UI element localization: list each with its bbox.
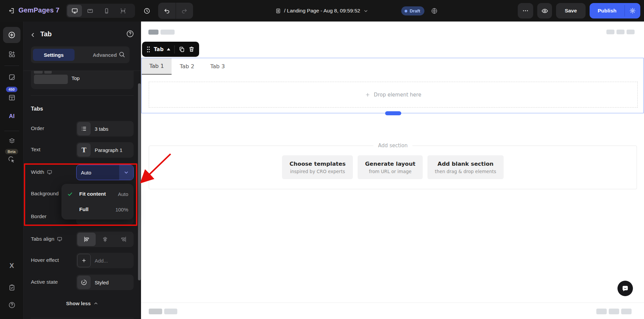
panel-tab-bar: Settings Advanced [31,46,130,63]
checklist-icon[interactable] [0,284,24,291]
hover-effect-control[interactable]: Add... [76,253,134,268]
element-toolbar-label[interactable]: Tab [154,46,164,52]
header-skeleton-pill [616,30,625,34]
text-label: Text [31,147,40,153]
search-icon[interactable] [118,51,126,58]
footer-skeleton-pill [149,309,162,314]
ai-assistant-button[interactable]: AI✦ [0,113,24,120]
text-icon: T [77,143,91,157]
canvas-tab-1[interactable]: Tab 1 [142,58,172,75]
choose-templates-card[interactable]: Choose templates inspired by CRO experts [282,155,353,179]
publish-settings-gear-icon[interactable] [625,3,640,18]
element-toolbar: Tab [142,42,199,57]
theme-styles-icon[interactable] [0,73,24,81]
topbar-actions: Save Publish [518,3,640,18]
exit-editor-icon[interactable] [8,7,15,14]
dropdown-item-full[interactable]: Full 100% [61,202,134,217]
check-circle-icon [77,276,91,289]
panel-title: Tab [40,30,52,38]
tool-sidebar: 450 AI✦ Beta X [0,22,24,319]
globe-icon[interactable] [431,7,438,14]
beta-badge: Beta [5,149,18,154]
help-icon[interactable] [0,301,24,309]
undo-button[interactable] [158,3,176,19]
width-select[interactable]: Auto [76,165,134,180]
duplicate-icon[interactable] [179,46,185,52]
header-skeleton-pill [606,30,614,34]
triangle-up-icon[interactable] [167,48,170,50]
selected-tab-element[interactable]: Tab 1 Tab 2 Tab 3 Drop element here [141,58,644,113]
dropdown-item-fit-content[interactable]: Fit content Auto [61,186,134,202]
chat-bubble-icon [621,284,629,292]
header-skeleton-pill [627,30,635,34]
back-button[interactable] [29,31,37,39]
background-label: Background [31,191,59,197]
top-bar: GemPages 7 [0,0,644,22]
tab-position-preview [34,75,68,84]
border-label: Border [31,213,47,220]
x-social-icon[interactable]: X [0,262,24,270]
drag-handle-icon[interactable] [146,46,150,53]
header-skeleton-pill [160,30,175,35]
status-badge: Draft [401,6,424,15]
plus-icon[interactable] [77,254,91,267]
element-resize-handle[interactable] [385,111,401,115]
page-title: / Landing Page - Aug 8, 09:59:52 [284,8,360,14]
hover-effect-label: Hover effect [31,257,59,263]
footer-skeleton-pill [609,309,619,314]
drop-element-zone[interactable]: Drop element here [149,82,638,108]
width-dropdown-menu: Fit content Auto Full 100% [61,184,134,220]
order-label: Order [31,125,44,131]
add-section-block: Add section Choose templates inspired by… [149,146,637,189]
live-chat-button[interactable] [617,281,633,296]
tablet-view-button[interactable] [82,5,98,17]
chevron-up-icon [93,301,98,306]
more-options-button[interactable] [518,3,533,18]
show-less-toggle[interactable]: Show less [24,301,141,306]
align-right-button[interactable] [114,233,133,246]
chevron-down-icon[interactable] [119,165,133,180]
layers-icon[interactable] [0,137,24,145]
list-icon [77,122,91,135]
add-element-button[interactable] [3,27,20,43]
panel-scrollbar[interactable] [138,83,141,280]
add-section-title: Add section [373,143,412,149]
status-dot [405,10,407,12]
canvas-tab-2[interactable]: Tab 2 [172,58,202,75]
desktop-mini-icon [47,169,52,175]
delete-icon[interactable] [188,46,195,52]
align-center-button[interactable] [96,233,114,246]
tab-advanced[interactable]: Advanced [86,46,123,63]
sections-library-icon[interactable] [0,50,24,58]
order-control[interactable]: 3 tabs [76,121,134,136]
mobile-view-button[interactable] [98,5,115,17]
tabs-align-control [76,232,134,247]
save-button[interactable]: Save [556,3,586,18]
active-state-control[interactable]: Styled [76,275,134,290]
redo-button[interactable] [176,3,193,19]
tab-settings[interactable]: Settings [33,49,75,61]
page-canvas: Tab Tab 1 Tab 2 Tab 3 Drop element here [141,22,644,319]
page-title-cluster[interactable]: / Landing Page - Aug 8, 09:59:52 [275,0,368,22]
add-blank-section-card[interactable]: Add blank section then drag & drop eleme… [427,155,504,179]
footer-skeleton-pill [164,309,177,314]
preview-eye-button[interactable] [537,3,552,18]
custom-width-button[interactable] [115,5,131,17]
publish-button[interactable]: Publish [590,3,625,18]
templates-icon[interactable] [0,94,24,102]
text-control[interactable]: T Paragraph 1 [76,142,134,158]
footer-skeleton-pill [596,309,607,314]
history-icon[interactable] [143,7,150,14]
publish-button-group: Publish [590,3,640,18]
interaction-tracking-icon[interactable] [0,156,24,164]
tab-position-option[interactable]: Top [31,71,134,89]
desktop-view-button[interactable] [67,5,82,17]
tabs-section-heading: Tabs [31,106,43,112]
hover-effect-placeholder: Add... [95,258,108,264]
generate-layout-card[interactable]: Generate layout from URL or image [358,155,423,179]
templates-count-badge: 450 [6,87,17,92]
panel-help-icon[interactable] [126,30,134,38]
canvas-tab-3[interactable]: Tab 3 [202,58,233,75]
align-left-button[interactable] [77,233,96,246]
brand-logo: GemPages 7 [18,6,59,14]
